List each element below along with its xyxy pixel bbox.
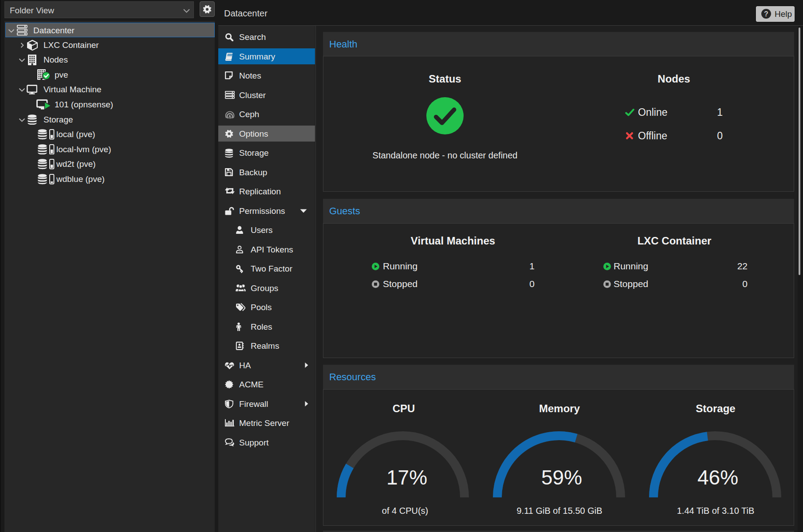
svg-text:?: ? (764, 10, 768, 18)
